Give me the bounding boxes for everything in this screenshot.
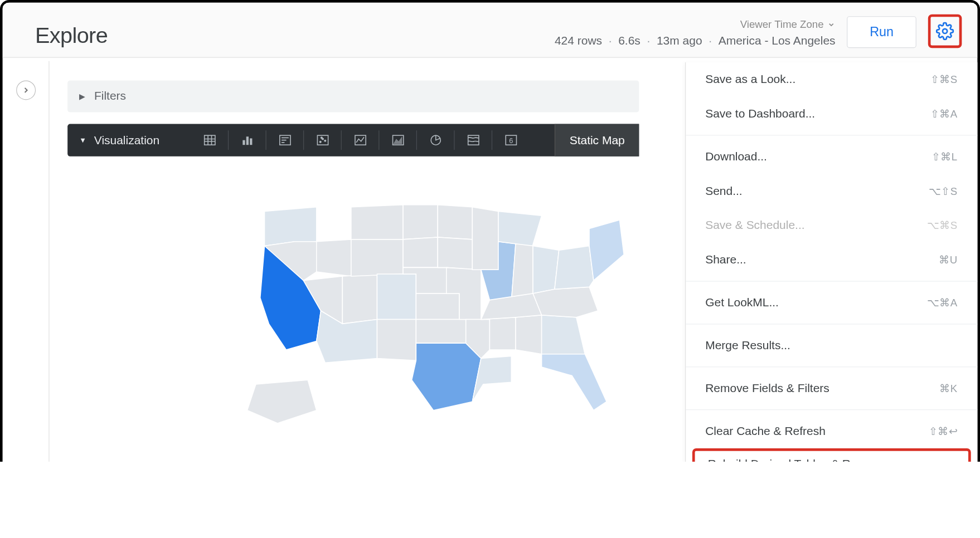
state-id <box>317 239 351 276</box>
state-sd <box>403 237 438 267</box>
query-runtime: 6.6s <box>618 35 641 48</box>
svg-rect-6 <box>242 140 245 145</box>
row-count: 424 rows <box>555 35 602 48</box>
header-stats: Viewer Time Zone 424 rows · 6.6s · 13m a… <box>555 19 836 48</box>
viz-hbar-icon[interactable] <box>266 124 304 156</box>
menu-shortcut: ⇧⌘A <box>930 107 958 120</box>
viz-line-icon[interactable] <box>341 124 379 156</box>
triangle-down-icon: ▼ <box>79 136 86 144</box>
header: Explore Viewer Time Zone 424 rows · 6.6s… <box>3 3 978 58</box>
state-co <box>377 274 416 320</box>
svg-point-16 <box>324 140 326 141</box>
menu-shortcut: ⌥⇧S <box>929 185 958 197</box>
state-nm <box>377 320 416 361</box>
usa-map-icon <box>230 168 646 428</box>
settings-button[interactable] <box>933 19 957 43</box>
query-age: 13m ago <box>657 35 702 48</box>
state-ny-ne <box>589 220 624 281</box>
menu-item-share[interactable]: Share...⌘U <box>686 243 977 277</box>
state-tx <box>412 343 481 410</box>
state-ia <box>438 237 472 270</box>
state-pa <box>555 246 594 290</box>
settings-menu: Save as a Look...⇧⌘SSave to Dashboard...… <box>685 62 977 462</box>
svg-rect-13 <box>317 135 328 145</box>
state-mn <box>438 205 472 239</box>
state-wa <box>265 207 317 246</box>
stats-row: 424 rows · 6.6s · 13m ago · America - Lo… <box>555 35 836 48</box>
svg-rect-8 <box>250 138 252 145</box>
menu-item-label: Merge Results... <box>705 339 790 352</box>
menu-shortcut: ⌥⌘S <box>927 219 958 232</box>
menu-item-remove-fields-filters[interactable]: Remove Fields & Filters⌘K <box>686 371 977 405</box>
svg-point-0 <box>943 29 947 33</box>
timezone-picker[interactable]: Viewer Time Zone <box>740 19 836 31</box>
menu-shortcut: ⌘K <box>939 382 958 394</box>
menu-separator <box>686 324 977 324</box>
viz-bar-icon[interactable] <box>229 124 266 156</box>
filters-label: Filters <box>94 90 126 103</box>
menu-item-label: Save to Dashboard... <box>705 107 815 120</box>
viz-type-icons: 6 <box>191 124 530 156</box>
viz-single-value-icon[interactable]: 6 <box>492 124 530 156</box>
left-rail <box>3 61 50 462</box>
state-wi <box>472 207 498 270</box>
timezone-display: America - Los Angeles <box>719 35 836 48</box>
menu-item-get-lookml[interactable]: Get LookML...⌥⌘A <box>686 286 977 320</box>
viz-active-type[interactable]: Static Map <box>555 124 639 156</box>
state-ks <box>416 294 459 320</box>
state-va-nc-sc <box>533 287 598 317</box>
visualization-label: Visualization <box>94 133 159 146</box>
menu-shortcut: ⇧⌘S <box>930 74 958 86</box>
menu-item-label: Get LookML... <box>705 296 779 309</box>
menu-item-save-to-dashboard[interactable]: Save to Dashboard...⇧⌘A <box>686 97 977 131</box>
viz-map-icon[interactable] <box>454 124 492 156</box>
state-ok <box>416 320 465 344</box>
menu-separator <box>686 366 977 367</box>
visualization-toggle[interactable]: ▼ Visualization <box>67 133 171 146</box>
gear-icon <box>936 22 954 41</box>
timezone-label: Viewer Time Zone <box>740 19 824 31</box>
menu-shortcut: ⌘U <box>939 254 958 266</box>
menu-item-label: Remove Fields & Filters <box>705 382 829 395</box>
chevron-right-icon <box>21 86 30 95</box>
viz-area-icon[interactable] <box>379 124 417 156</box>
menu-separator <box>686 409 977 410</box>
page-title: Explore <box>35 23 108 48</box>
menu-item-download[interactable]: Download...⇧⌘L <box>686 139 977 174</box>
menu-item-label: Download... <box>705 150 767 163</box>
menu-item-merge-results[interactable]: Merge Results... <box>686 328 977 363</box>
expand-sidebar-button[interactable] <box>16 80 36 100</box>
state-fl <box>542 354 607 410</box>
filters-section[interactable]: ▶ Filters <box>67 80 639 112</box>
viz-table-icon[interactable] <box>191 124 229 156</box>
visualization-section: ▼ Visualization 6 Static Map <box>67 124 639 156</box>
menu-shortcut: ⌥⌘A <box>927 296 958 309</box>
viz-scatter-icon[interactable] <box>304 124 342 156</box>
chevron-down-icon <box>828 21 836 28</box>
menu-item-rebuild-derived-tables-run[interactable]: Rebuild Derived Tables & Run <box>692 448 971 462</box>
menu-separator <box>686 135 977 135</box>
triangle-right-icon: ▶ <box>79 92 85 101</box>
viz-pie-icon[interactable] <box>416 124 454 156</box>
gear-highlight <box>928 14 962 48</box>
svg-rect-1 <box>204 135 215 145</box>
state-ak <box>247 380 316 423</box>
menu-item-clear-cache-refresh[interactable]: Clear Cache & Refresh⇧⌘↩ <box>686 414 977 448</box>
state-ga <box>542 315 585 354</box>
state-mt <box>351 205 403 239</box>
menu-item-save-as-a-look[interactable]: Save as a Look...⇧⌘S <box>686 62 977 97</box>
run-button[interactable]: Run <box>847 16 916 48</box>
state-in <box>511 244 533 302</box>
svg-point-17 <box>321 137 322 139</box>
menu-item-send[interactable]: Send...⌥⇧S <box>686 174 977 208</box>
menu-shortcut: ⇧⌘↩ <box>929 425 958 437</box>
svg-point-14 <box>319 141 321 143</box>
state-ut <box>342 274 377 324</box>
menu-item-label: Save as a Look... <box>705 72 795 86</box>
menu-item-label: Save & Schedule... <box>705 219 804 232</box>
menu-shortcut: ⇧⌘L <box>932 150 958 163</box>
menu-item-label: Send... <box>705 184 742 198</box>
svg-rect-7 <box>246 136 248 145</box>
body: ▶ Filters ▼ Visualization 6 <box>3 61 978 462</box>
header-right: Viewer Time Zone 424 rows · 6.6s · 13m a… <box>555 14 962 48</box>
